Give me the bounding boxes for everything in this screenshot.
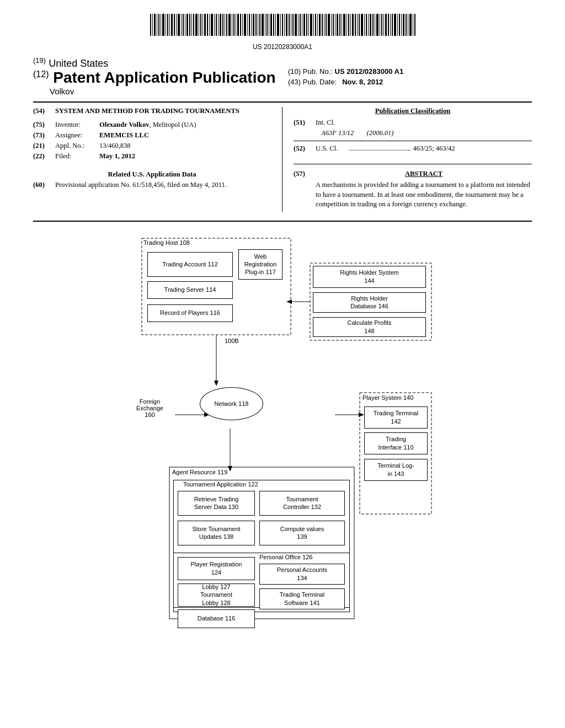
us-cl-dots: .................................... bbox=[349, 144, 411, 153]
pub-date-label: (43) Pub. Date: bbox=[288, 78, 337, 86]
left-column: (54) SYSTEM AND METHOD FOR TRADING TOURN… bbox=[33, 107, 282, 212]
country-line: (19) United States bbox=[33, 56, 277, 69]
svg-rect-46 bbox=[251, 14, 252, 36]
diagram-divider bbox=[33, 221, 532, 222]
svg-rect-90 bbox=[348, 14, 349, 36]
int-cl-label: Int. Cl. bbox=[316, 119, 349, 127]
svg-rect-21 bbox=[195, 14, 198, 36]
agent-resource-label: Agent Resource 119 bbox=[172, 469, 227, 475]
int-cl-value: A63F 13/12 bbox=[321, 129, 354, 137]
svg-rect-45 bbox=[249, 14, 250, 36]
svg-rect-34 bbox=[225, 14, 225, 36]
tournament-controller-box: TournamentController 132 bbox=[259, 491, 345, 516]
related-apps-title: Related U.S. Application Data bbox=[33, 170, 271, 179]
svg-rect-4 bbox=[158, 14, 159, 36]
pub-num-label: (10) Pub. No.: bbox=[288, 67, 333, 76]
svg-rect-22 bbox=[199, 14, 199, 36]
barcode-area bbox=[33, 11, 532, 41]
int-cl-value-row: A63F 13/12 (2006.01) bbox=[294, 129, 532, 137]
svg-rect-53 bbox=[266, 14, 268, 36]
svg-rect-9 bbox=[169, 14, 170, 36]
filed-row: (22) Filed: May 1, 2012 bbox=[33, 152, 271, 160]
int-cl-row: (51) Int. Cl. bbox=[294, 119, 532, 127]
trading-server-box: Trading Server 114 bbox=[147, 281, 233, 299]
svg-rect-5 bbox=[161, 14, 161, 36]
appl-row: (21) Appl. No.: 13/460,838 bbox=[33, 142, 271, 150]
svg-rect-67 bbox=[298, 14, 299, 36]
abstract-block: ABSTRACT A mechanisms is provided for ad… bbox=[316, 170, 532, 210]
svg-rect-61 bbox=[284, 14, 285, 36]
pub-date-value: Nov. 8, 2012 bbox=[342, 78, 383, 86]
assignee-label: Assignee: bbox=[55, 131, 99, 140]
svg-rect-39 bbox=[236, 14, 236, 36]
assignee-row: (73) Assignee: EMEMCIS LLC bbox=[33, 131, 271, 140]
trading-account-box: Trading Account 112 bbox=[147, 252, 233, 277]
svg-rect-104 bbox=[380, 14, 380, 36]
svg-rect-33 bbox=[222, 14, 223, 36]
svg-rect-0 bbox=[150, 14, 151, 36]
svg-rect-59 bbox=[280, 14, 281, 36]
svg-rect-14 bbox=[181, 14, 182, 36]
svg-rect-81 bbox=[328, 14, 330, 36]
svg-rect-16 bbox=[185, 14, 185, 36]
title-row: (54) SYSTEM AND METHOD FOR TRADING TOURN… bbox=[33, 107, 271, 115]
svg-rect-17 bbox=[186, 14, 188, 36]
svg-rect-58 bbox=[277, 14, 279, 36]
svg-rect-70 bbox=[303, 14, 305, 36]
svg-rect-120 bbox=[414, 14, 415, 36]
svg-rect-36 bbox=[228, 14, 231, 36]
appl-num: (21) bbox=[33, 142, 55, 150]
svg-rect-3 bbox=[157, 14, 157, 36]
inventor-num: (75) bbox=[33, 121, 55, 129]
svg-marker-130 bbox=[228, 466, 232, 472]
svg-rect-117 bbox=[408, 14, 408, 36]
svg-rect-109 bbox=[390, 14, 391, 36]
rights-holder-system-box: Rights Holder System144 bbox=[313, 266, 426, 288]
svg-rect-56 bbox=[273, 14, 274, 36]
svg-rect-72 bbox=[308, 14, 309, 36]
svg-rect-23 bbox=[200, 14, 201, 36]
svg-rect-105 bbox=[381, 14, 382, 36]
svg-rect-41 bbox=[240, 14, 241, 36]
svg-rect-66 bbox=[295, 14, 297, 36]
svg-rect-42 bbox=[242, 14, 243, 36]
svg-rect-88 bbox=[343, 14, 345, 36]
main-divider bbox=[33, 101, 532, 103]
svg-rect-1 bbox=[152, 14, 153, 36]
pub-classification-title: Publication Classification bbox=[294, 107, 532, 115]
svg-rect-106 bbox=[383, 14, 384, 36]
record-players-box: Record of Players 116 bbox=[147, 304, 233, 322]
lobby-boxes: Lobby 127TournamentLobby 128 bbox=[178, 584, 255, 607]
svg-rect-47 bbox=[253, 14, 254, 36]
svg-rect-7 bbox=[166, 14, 166, 36]
trading-interface-box: TradingInterface 110 bbox=[364, 432, 428, 454]
svg-rect-86 bbox=[339, 14, 340, 36]
svg-rect-28 bbox=[211, 14, 213, 36]
svg-rect-103 bbox=[376, 14, 379, 36]
svg-rect-100 bbox=[370, 14, 371, 36]
abstract-text: A mechanisms is provided for adding a to… bbox=[316, 180, 532, 210]
svg-rect-13 bbox=[178, 14, 180, 36]
svg-rect-52 bbox=[265, 14, 265, 36]
svg-rect-92 bbox=[352, 14, 354, 36]
svg-rect-43 bbox=[244, 14, 246, 36]
header-section: (19) United States (12) Patent Applicati… bbox=[33, 56, 532, 96]
player-registration-box: Player Registration124 bbox=[178, 557, 255, 580]
assignee-num: (73) bbox=[33, 131, 55, 140]
appl-value: 13/460,838 bbox=[99, 142, 271, 150]
system-diagram: Trading Host 108 Trading Account 112 Web… bbox=[128, 233, 437, 630]
us-cl-num: (52) bbox=[294, 144, 316, 153]
svg-rect-84 bbox=[335, 14, 335, 36]
svg-rect-32 bbox=[220, 14, 221, 36]
player-system-label: Player System 140 bbox=[363, 394, 413, 401]
compute-values-box: Compute values139 bbox=[259, 521, 345, 545]
network-box: Network 118 bbox=[200, 387, 263, 420]
filed-num: (22) bbox=[33, 152, 55, 160]
personal-office-label: Personal Office 126 bbox=[259, 554, 312, 560]
appl-label: Appl. No.: bbox=[55, 142, 99, 150]
svg-rect-99 bbox=[368, 14, 369, 36]
header-left: (19) United States (12) Patent Applicati… bbox=[33, 56, 277, 96]
title-num: (54) bbox=[33, 107, 55, 115]
assignee-name: EMEMCIS LLC bbox=[99, 131, 149, 139]
assignee-value: EMEMCIS LLC bbox=[99, 131, 271, 140]
